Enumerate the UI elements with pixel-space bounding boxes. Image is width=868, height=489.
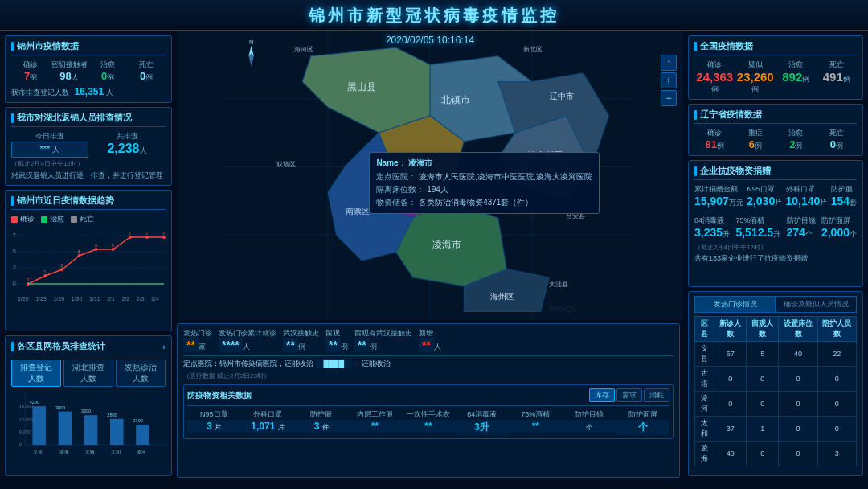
hospital-info: 定点医院：锦州市传染病医院，还能收治 ████ ，还能收治 xyxy=(183,355,674,369)
hubei-return-title: 我市对湖北返锦人员排查情况 xyxy=(11,112,166,127)
svg-text:新北区: 新北区 xyxy=(523,45,542,53)
svg-text:7: 7 xyxy=(129,231,131,236)
svg-text:2100: 2100 xyxy=(133,418,143,423)
confirmed-table: 区县 新诊人数 留观人数 设置床位数 陪护人员数 义县 67 5 40 22 xyxy=(694,316,857,466)
map-area: 2020/02/05 10:16:14 ↑ + − xyxy=(177,31,683,320)
svg-text:4: 4 xyxy=(78,249,81,254)
trend-chart-svg: 0 2 5 7 0 xyxy=(11,228,166,296)
supplies-donation-panel: 企业抗疫物资捐赠 累计捐赠金额 15,907万元 N95口罩 2,030片 外科… xyxy=(688,160,863,287)
info-popup: Name： 凌海市 定点医院： 凌海市人民医院,凌海市中医医院,凌海大凌河医院 … xyxy=(369,152,599,214)
tab-febrile-clinic[interactable]: 发热门诊情况 xyxy=(694,296,776,313)
tab-hubei[interactable]: 湖北排查人数 xyxy=(63,360,113,387)
svg-text:义县: 义县 xyxy=(33,449,43,454)
svg-point-15 xyxy=(145,236,149,239)
svg-text:3200: 3200 xyxy=(81,409,91,413)
jinzhou-stats-row: 确诊 7例 密切接触者 98人 治愈 0例 死亡 0例 xyxy=(11,60,166,83)
table-row: 凌海 49 0 0 3 xyxy=(695,441,857,466)
febrile-top-stats: 发热门诊 **家 发热门诊累计就诊 ****人 武汉接触史 **例 留观 **例 xyxy=(183,328,674,352)
hubei-note: （截止2月4日中午12时） xyxy=(11,159,166,168)
svg-rect-30 xyxy=(84,415,98,445)
total-check-stat: 共排查 2,238人 xyxy=(88,131,166,158)
surgical-mask-item: 外科口罩 10,140片 xyxy=(786,184,828,208)
svg-text:0: 0 xyxy=(19,442,22,447)
district-chart-svg: 义县 凌海 北镇 太和 凌河 4200 3800 3200 2800 2100 … xyxy=(18,390,166,462)
trend-legend: 确诊 治愈 死亡 xyxy=(11,214,166,224)
supplies-tabs: 库存 需求 消耗 xyxy=(589,388,669,402)
liao-dead: 死亡 0例 xyxy=(817,128,858,151)
svg-point-10 xyxy=(60,268,63,271)
svg-text:2: 2 xyxy=(60,263,63,268)
legend-confirmed: 确诊 xyxy=(11,214,35,224)
supplies-header: 防疫物资相关数据 库存 需求 消耗 xyxy=(187,388,669,402)
tab-register[interactable]: 排查登记人数 xyxy=(11,360,61,387)
map-controls: ↑ + − xyxy=(661,55,677,106)
new-item: 新增 **人 xyxy=(419,328,441,352)
svg-rect-29 xyxy=(59,412,72,445)
district-tabs: 排查登记人数 湖北排查人数 发热诊治人数 xyxy=(11,360,166,387)
svg-rect-32 xyxy=(136,425,149,445)
right-panel: 全国疫情数据 确诊 24,363例 疑似 23,260例 治愈 892例 死亡 … xyxy=(683,31,868,481)
trend-title: 锦州市近日疫情数据趋势 xyxy=(11,195,166,210)
zoom-in-button[interactable]: + xyxy=(661,72,677,88)
liaoning-data-title: 辽宁省疫情数据 xyxy=(694,109,857,124)
popup-beds: 隔离床位数： 194人 xyxy=(376,184,592,195)
table-row: 太和 37 1 0 0 xyxy=(695,416,857,441)
total-donation-item: 累计捐赠金额 15,907万元 xyxy=(694,184,743,208)
wuhan-obs-item: 留观有武汉接触史 **例 xyxy=(354,328,412,352)
supply-goggles: 防护目镜 个 xyxy=(563,409,616,435)
col-beds: 设置床位数 xyxy=(779,316,817,341)
svg-text:7: 7 xyxy=(145,231,148,236)
tab-consume[interactable]: 消耗 xyxy=(644,388,669,402)
dead-stat: 死亡 0例 xyxy=(127,60,166,83)
tab-confirmed-suspected[interactable]: 确诊及疑似人员情况 xyxy=(776,296,857,313)
zoom-out-button[interactable]: − xyxy=(661,90,677,106)
page-title: 锦州市新型冠状病毒疫情监控 xyxy=(0,5,868,27)
svg-text:2800: 2800 xyxy=(107,413,117,417)
liaoning-stats-row: 确诊 81例 重症 6例 治愈 2例 死亡 0例 xyxy=(694,128,857,151)
liao-severe: 重症 6例 xyxy=(735,128,776,151)
svg-text:5: 5 xyxy=(13,249,16,254)
tab-inventory[interactable]: 库存 xyxy=(589,388,615,402)
hubei-stats-row: 今日排查 *** 人 共排查 2,238人 xyxy=(11,131,166,158)
tab-demand[interactable]: 需求 xyxy=(616,388,642,402)
svg-text:2: 2 xyxy=(13,265,16,270)
liaoning-data-panel: 辽宁省疫情数据 确诊 81例 重症 6例 治愈 2例 死亡 0例 xyxy=(688,104,863,156)
face-shield-item: 防护面屏 2,000个 xyxy=(821,216,857,240)
district-expand-icon[interactable]: › xyxy=(162,342,166,351)
liao-confirmed: 确诊 81例 xyxy=(694,128,735,151)
confirmed-stat: 确诊 7例 xyxy=(11,60,50,83)
svg-text:7: 7 xyxy=(13,232,16,238)
svg-text:大洼县: 大洼县 xyxy=(549,280,568,288)
header: 锦州市新型冠状病毒疫情监控 xyxy=(0,0,868,31)
svg-text:黑山县: 黑山县 xyxy=(347,81,376,92)
svg-text:海河区: 海河区 xyxy=(294,45,313,53)
supply-surgical: 外科口罩 1,071 片 xyxy=(241,409,295,435)
table-row: 义县 67 5 40 22 xyxy=(695,341,857,366)
compass-icon: ↑ xyxy=(661,55,677,71)
supplies-items-row: N95口罩 3 片 外科口罩 1,071 片 xyxy=(187,405,669,435)
col-nurses: 陪护人员数 xyxy=(817,316,856,341)
svg-text:9,000: 9,000 xyxy=(19,429,31,434)
popup-hospitals: 定点医院： 凌海市人民医院,凌海市中医医院,凌海大凌河医院 xyxy=(376,171,592,183)
tab-febrile[interactable]: 发热诊治人数 xyxy=(116,360,166,387)
bottom-center-area: 发热门诊 **家 发热门诊累计就诊 ****人 武汉接触史 **例 留观 **例 xyxy=(177,320,683,481)
protective-suit-item: 防护服 154套 xyxy=(831,184,857,208)
supplies-data-inner: 防疫物资相关数据 库存 需求 消耗 N95口罩 3 片 xyxy=(183,384,674,439)
district-stats-panel: 各区县网格员排查统计 › 排查登记人数 湖北排查人数 发热诊治人数 xyxy=(5,335,172,476)
col-district: 区县 xyxy=(695,316,714,341)
cured-stat: 治愈 0例 xyxy=(88,60,127,83)
legend-cured: 治愈 xyxy=(41,214,64,224)
col-obs: 留观人数 xyxy=(747,316,779,341)
left-panel: 锦州市疫情数据 确诊 7例 密切接触者 98人 治愈 0例 死亡 0例 xyxy=(0,31,177,481)
svg-text:12,000: 12,000 xyxy=(19,417,33,422)
district-chart: 义县 凌海 北镇 太和 凌河 4200 3800 3200 2800 2100 … xyxy=(11,390,166,462)
svg-text:3800: 3800 xyxy=(55,405,65,410)
donation-summary: 共有133家企业进行了抗疫物资捐赠 xyxy=(694,253,857,264)
disinfectant-item: 84消毒液 3,235升 xyxy=(694,216,730,240)
svg-text:0: 0 xyxy=(27,277,30,282)
nat-cured: 治愈 892例 xyxy=(776,60,817,95)
svg-text:海州区: 海州区 xyxy=(490,292,514,301)
svg-point-14 xyxy=(129,236,132,239)
national-data-title: 全国疫情数据 xyxy=(694,40,857,55)
register-row: 我市排查登记人数 16,351 人 xyxy=(11,86,166,98)
